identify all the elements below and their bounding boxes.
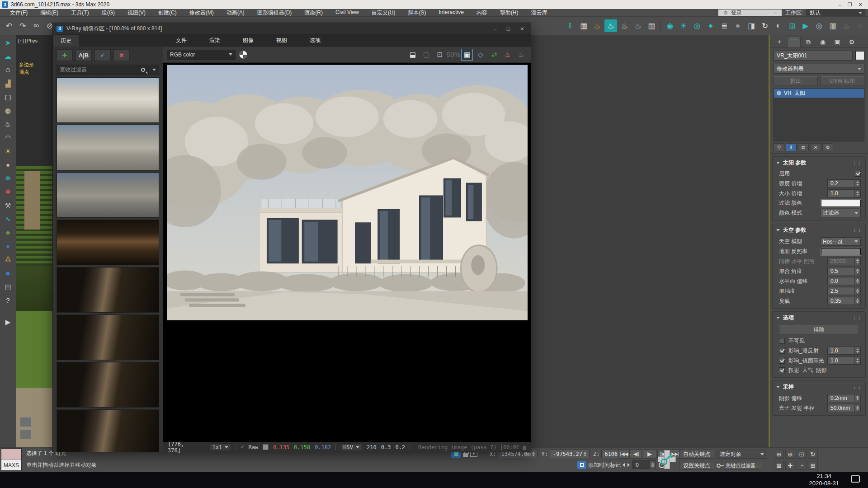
affect-diffuse-field[interactable]: 1.0 [827,347,861,355]
orbit-icon[interactable]: ↻ [808,450,818,459]
furniture-icon[interactable]: ▟ [2,78,14,89]
viewport-corner-box[interactable] [20,417,32,427]
menu-item[interactable]: 工具(T) [66,9,94,17]
menu-item[interactable]: Interactive [433,9,469,17]
vfb-maximize-button[interactable]: □ [507,26,510,32]
intensity-multiplier-field[interactable]: 0.2 [827,179,861,188]
paint-icon[interactable]: ✱ [2,186,14,197]
vfb-image-area[interactable] [163,63,531,442]
sun-icon[interactable]: ☀ [677,19,690,32]
menu-item[interactable]: 图形编辑器(D) [252,9,297,17]
tree-frame-icon[interactable]: ◨ [745,19,758,32]
copy-image-icon[interactable]: ▢ [420,49,432,61]
object-name-field[interactable]: VR_太阳001 [774,51,853,61]
list-icon[interactable]: ≣ [718,19,731,32]
render-cloud-icon[interactable]: ♨ [632,19,644,32]
downloads-icon[interactable]: ⇩ [564,19,576,32]
make-unique-icon[interactable]: ⧉ [798,143,809,151]
go-start-button[interactable]: |◀◀ [618,449,630,459]
workspace-dropdown[interactable]: 默认 [807,9,865,16]
menu-item[interactable]: Civil View [330,9,364,17]
lock-selection-icon[interactable] [463,453,468,457]
camera-icon[interactable]: ◎ [691,19,703,32]
vray-frame-buffer-window[interactable]: 3 V-Ray 帧缓存区 - [100.0% of 800 x 814] – □… [52,23,531,452]
vfb-titlebar[interactable]: 3 V-Ray 帧缓存区 - [100.0% of 800 x 814] – □… [53,23,531,35]
menu-item[interactable]: 组(G) [96,9,120,17]
render-iterative-icon[interactable]: ♨ [618,19,631,32]
plant-icon[interactable]: ♣ [2,227,14,238]
window-close-button[interactable]: ✕ [859,2,863,8]
menu-item[interactable]: 文件(F) [5,9,33,17]
cloud-icon[interactable]: ☁ [2,51,14,62]
notification-icon[interactable] [851,475,860,483]
vfb-menu-item[interactable]: 文件 [170,36,192,45]
key-filters-icon[interactable] [717,464,721,468]
affect-diffuse-checkbox[interactable] [779,348,785,354]
history-thumbnail-3[interactable] [57,172,159,218]
ring-icon[interactable]: ◍ [2,105,14,116]
state-sets-icon[interactable]: ▦ [645,19,658,32]
render-last-icon[interactable]: ♨ [502,49,514,61]
history-reject-button[interactable]: ✖ [113,49,130,61]
affect-specular-checkbox[interactable] [779,358,785,364]
refresh-icon[interactable]: ⇄ [488,49,500,61]
redo-icon[interactable]: ↷ [16,19,29,32]
axe-icon[interactable]: ⚒ [2,200,14,211]
pan-icon[interactable]: ✚ [785,461,795,470]
zoom-region-icon[interactable]: ⊠ [774,461,784,470]
shadow-bias-field[interactable]: 0.2mm [827,394,861,402]
track-mouse-icon[interactable]: ◇ [475,49,486,61]
affect-specular-field[interactable]: 1.0 [827,357,861,365]
color-wheel-icon[interactable] [239,51,247,59]
filter-color-swatch[interactable] [821,200,861,207]
menu-item[interactable]: 创建(C) [153,9,182,17]
size-multiplier-field[interactable]: 1.0 [827,189,861,197]
history-ab-compare-button[interactable]: A|B [75,49,92,61]
person-icon[interactable]: ☺ [2,64,14,75]
vfb-minimize-button[interactable]: – [494,26,497,32]
pin-stack-icon[interactable]: ⚲ [774,143,784,151]
toolbar-flyout-arrow[interactable]: ▶ [2,316,14,328]
history-search-input[interactable]: 查收过滤器 [57,65,159,75]
sun-icon[interactable]: ☀ [2,145,14,157]
render-teapot-icon[interactable]: ♨ [515,49,527,61]
forest-icon[interactable]: ♠ [704,19,717,32]
hsv-dropdown[interactable]: HSV [340,443,362,451]
uvw-map-button[interactable]: UVW 贴图 [821,76,865,85]
light-icon[interactable]: ◉ [664,19,676,32]
current-frame-field[interactable]: 0 [632,460,656,469]
sphere-icon[interactable]: ● [2,159,14,170]
cast-atmos-checkbox[interactable] [779,367,785,373]
key-step-icon[interactable] [627,463,630,467]
object-color-swatch[interactable] [855,51,864,60]
render-setup-icon[interactable]: ▦ [577,19,590,32]
orbit-subobject-icon[interactable]: ◔ [797,461,807,470]
color-mode-dropdown[interactable]: 过滤器 [820,209,861,217]
vfb-menu-item[interactable]: 图像 [237,36,259,45]
blend-angle-field[interactable]: 0.5 [827,267,861,275]
listener-macro-row[interactable] [1,449,21,460]
help-icon[interactable]: ? [2,295,14,306]
menu-item[interactable]: 脚本(S) [402,9,431,17]
configure-sets-icon[interactable]: ⚙ [822,143,833,151]
time-tag-icon[interactable] [577,461,586,469]
spheres-icon[interactable]: ⁂ [2,254,14,265]
tab-hierarchy[interactable]: ⧉ [802,37,815,47]
zoom-50-label[interactable]: 50% [448,49,459,61]
menu-item[interactable]: 动画(A) [221,9,250,17]
save-image-icon[interactable]: ⬓ [407,49,419,61]
ground-albedo-swatch[interactable] [821,248,861,255]
rollout-sky-header[interactable]: 天空 参数⋮⋮ [773,224,865,236]
history-thumbnail-7[interactable] [57,362,159,408]
rollout-sun-header[interactable]: 太阳 参数⋮⋮ [773,157,865,169]
channel-dropdown[interactable]: RGB color [167,50,236,60]
spiral-icon[interactable]: ∿ [2,213,14,225]
pine-tree-icon[interactable]: ♠ [731,19,744,32]
tab-modify[interactable]: ⌒ [787,37,801,47]
cube-blue-icon[interactable]: ■ [2,267,14,279]
rollout-options-header[interactable]: 选项⋮⋮ [773,312,865,324]
show-end-result-icon[interactable]: ‖ [786,143,797,151]
columns-icon[interactable]: ▥ [826,19,839,32]
y-coord-field[interactable]: -97543.27 [550,450,590,458]
split-view-icon[interactable]: ⊞ [786,19,798,32]
